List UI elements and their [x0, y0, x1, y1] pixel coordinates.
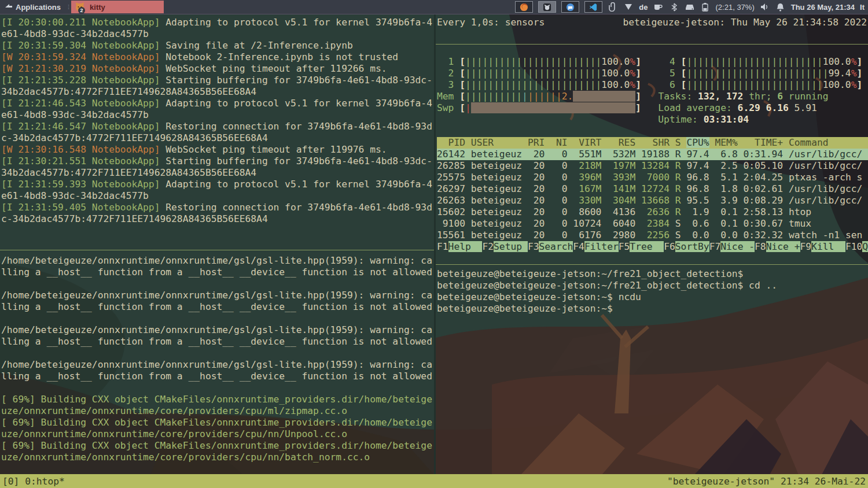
htop-process-row[interactable]: 26285 beteigeuz 20 0 218M 197M 13284 R 9…: [437, 160, 868, 172]
htop-f3-key[interactable]: F3: [528, 241, 539, 252]
watch-host-time-label: beteigeuze-jetson: Thu May 26 21:34:58 2…: [623, 17, 867, 28]
tmux-status-right: "beteigeuze-jetson" 21:34 26-Mai-22: [667, 476, 866, 487]
htop-f8-key[interactable]: F8: [755, 241, 766, 252]
htop-f10-label[interactable]: Q: [862, 241, 868, 252]
kitty-terminal-icon: [543, 3, 551, 12]
htop-column-s[interactable]: S: [675, 137, 681, 148]
tmux-window-list[interactable]: [0] 0:htop*: [2, 476, 65, 487]
htop-process-row[interactable]: 26297 beteigeuz 20 0 167M 141M 12724 R 9…: [437, 183, 868, 195]
shell-prompt-line: beteigeuze@beteigeuze-jetson:~$: [437, 303, 868, 315]
log-line: [W 21:30:16.548 NotebookApp] WebSocket p…: [1, 144, 434, 156]
htop-column-user[interactable]: USER: [471, 137, 522, 148]
log-line: [I 21:30:21.551 NotebookApp] Starting bu…: [1, 156, 434, 179]
battery-status-label[interactable]: (2:21, 37%): [716, 3, 755, 12]
htop-f6-label[interactable]: SortBy: [675, 241, 709, 252]
htop-f10-key[interactable]: F10: [845, 241, 862, 252]
htop-f5-label[interactable]: Tree: [630, 241, 664, 252]
bluetooth-icon[interactable]: [669, 2, 679, 12]
window-button-kitty[interactable]: 2 kitty: [71, 1, 164, 13]
volume-icon[interactable]: [760, 2, 770, 12]
applications-label: Applications: [16, 3, 61, 12]
htop-f3-label[interactable]: Search: [539, 241, 573, 252]
htop-process-row[interactable]: 9100 beteigeuz 20 0 10724 6040 2384 S 0.…: [437, 218, 868, 230]
htop-f2-key[interactable]: F2: [482, 241, 494, 252]
htop-f2-label[interactable]: Setup: [494, 241, 528, 252]
log-line: [I 21:21:35.228 NotebookApp] Starting bu…: [1, 75, 434, 98]
pane-build-log[interactable]: /home/beteigeuze/onnxruntime/onnxruntime…: [0, 250, 434, 474]
htop-column-cpu[interactable]: CPU%: [686, 137, 709, 148]
pane-divider-right-bottom[interactable]: [436, 264, 868, 265]
htop-column-pid[interactable]: PID: [437, 137, 465, 148]
htop-column-shr[interactable]: SHR: [641, 137, 670, 148]
compiler-warning-line: /home/beteigeuze/onnxruntime/onnxruntime…: [1, 290, 434, 313]
build-progress-line: [ 69%] Building CXX object CMakeFiles/on…: [1, 440, 434, 463]
log-line: [I 21:21:46.543 NotebookApp] Adapting to…: [1, 98, 434, 121]
pane-divider-vertical[interactable]: [434, 14, 436, 474]
log-line: [I 20:31:59.304 NotebookApp] Saving file…: [1, 40, 434, 51]
launcher-vscode[interactable]: [584, 1, 602, 13]
disk-icon[interactable]: [685, 2, 695, 12]
htop-f1-key[interactable]: F1: [437, 241, 448, 252]
htop-mem-tasks-row: Mem [|||||||||||||||||2. ] Tasks: 132, 1…: [437, 91, 868, 102]
htop-process-row[interactable]: 15602 beteigeuz 20 0 8600 4136 2636 R 1.…: [437, 206, 868, 218]
blank-line: [437, 125, 868, 137]
caffeine-cup-icon[interactable]: [653, 2, 664, 12]
blank-line: [1, 278, 434, 290]
pane-watch-sensors[interactable]: Every 1,0s: sensors beteigeuze-jetson: T…: [436, 14, 868, 44]
log-line: [I 20:30:00.211 NotebookApp] Adapting to…: [1, 17, 434, 40]
htop-f5-key[interactable]: F5: [619, 241, 630, 252]
htop-column-res[interactable]: RES: [607, 137, 635, 148]
htop-cpu-meter-row: 2 [||||||||||||||||||||||||100.0%] 5 [||…: [437, 68, 868, 79]
blank-line: [1, 347, 434, 359]
log-line: [I 21:21:46.547 NotebookApp] Restoring c…: [1, 121, 434, 144]
htop-process-row[interactable]: 25575 beteigeuz 20 0 396M 393M 7000 R 96…: [437, 172, 868, 183]
htop-f7-key[interactable]: F7: [709, 241, 721, 252]
htop-f1-label[interactable]: Help: [448, 241, 483, 252]
panel-grip[interactable]: ⁞: [65, 3, 71, 10]
htop-column-virt[interactable]: VIRT: [573, 137, 601, 148]
htop-swp-load-row: Swp [| ] Load average: 6.29 6.16 5.91: [437, 102, 868, 114]
htop-f8-label[interactable]: Nice +: [766, 241, 800, 252]
network-icon[interactable]: [623, 2, 634, 12]
launcher-firefox[interactable]: [515, 1, 533, 13]
notifications-bell-icon[interactable]: [775, 2, 786, 12]
htop-column-pri[interactable]: PRI: [528, 137, 545, 148]
htop-column-ni[interactable]: NI: [550, 137, 567, 148]
attachments-icon[interactable]: [608, 2, 618, 12]
pane-notebook-log[interactable]: [I 20:30:00.211 NotebookApp] Adapting to…: [0, 14, 434, 250]
htop-f7-label[interactable]: Nice -: [720, 241, 755, 252]
blank-line: [1, 382, 434, 394]
log-line: [I 21:31:59.393 NotebookApp] Adapting to…: [1, 179, 434, 202]
applications-menu[interactable]: Applications: [0, 0, 65, 14]
htop-f4-label[interactable]: Filter: [584, 241, 619, 252]
pane-htop[interactable]: 1 [||||||||||||||||||||||||100.0%] 4 [||…: [436, 45, 868, 264]
shell-prompt-line: beteigeuze@beteigeuze-jetson:~/fre21_obj…: [437, 268, 868, 280]
log-line: [W 21:21:30.219 NotebookApp] WebSocket p…: [1, 63, 434, 75]
htop-process-row[interactable]: 26142 beteigeuz 20 0 551M 532M 19188 R 9…: [437, 149, 868, 160]
htop-column-mem[interactable]: MEM%: [715, 137, 737, 148]
htop-f9-label[interactable]: Kill: [811, 241, 845, 252]
htop-f4-key[interactable]: F4: [573, 241, 584, 252]
htop-process-row[interactable]: 15561 beteigeuz 20 0 6176 2980 2256 S 0.…: [437, 230, 868, 241]
panel-overflow-label[interactable]: It: [860, 3, 865, 12]
htop-table-header: PID USER PRI NI VIRT RES SHR S CPU% MEM%…: [437, 137, 868, 149]
htop-f6-key[interactable]: F6: [664, 241, 675, 252]
panel-clock[interactable]: Thu 26 May, 21:34: [791, 3, 855, 12]
htop-column-time[interactable]: TIME+: [744, 137, 784, 148]
htop-process-row[interactable]: 26263 beteigeuz 20 0 330M 304M 13668 R 9…: [437, 195, 868, 206]
htop-column-command[interactable]: Command: [789, 137, 829, 148]
launcher-kitty[interactable]: [538, 1, 556, 13]
htop-uptime-row: Uptime: 03:31:04: [437, 114, 868, 125]
htop-cpu-meter-row: 3 [||||||||||||||||||||||||100.0%] 6 [||…: [437, 79, 868, 91]
watch-interval-label: Every 1,0s: sensors: [437, 17, 545, 28]
htop-f9-key[interactable]: F9: [800, 241, 812, 252]
launcher-chat[interactable]: [561, 1, 579, 13]
shell-prompt-line: beteigeuze@beteigeuze-jetson:~/fre21_obj…: [437, 280, 868, 291]
pane-divider-left[interactable]: [0, 250, 434, 250]
battery-icon[interactable]: [700, 2, 711, 12]
compiler-warning-line: /home/beteigeuze/onnxruntime/onnxruntime…: [1, 324, 434, 347]
keyboard-layout-indicator[interactable]: de: [639, 3, 648, 12]
pane-divider-right-top[interactable]: [436, 44, 868, 45]
pane-shell[interactable]: beteigeuze@beteigeuze-jetson:~/fre21_obj…: [436, 265, 868, 474]
blank-line: [1, 313, 434, 324]
